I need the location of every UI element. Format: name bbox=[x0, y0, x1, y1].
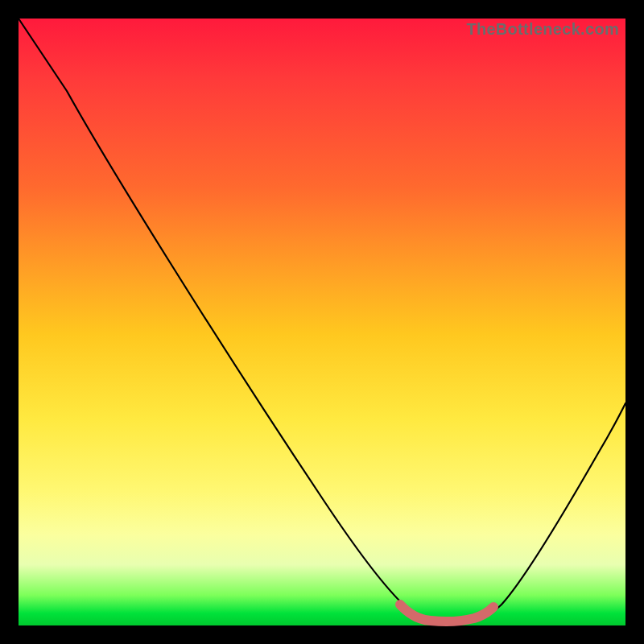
plot-area: TheBottleneck.com bbox=[19, 19, 625, 625]
optimal-range-highlight bbox=[400, 605, 493, 621]
chart-frame: TheBottleneck.com bbox=[0, 0, 644, 644]
chart-svg bbox=[19, 19, 625, 625]
bottleneck-curve bbox=[19, 19, 625, 622]
